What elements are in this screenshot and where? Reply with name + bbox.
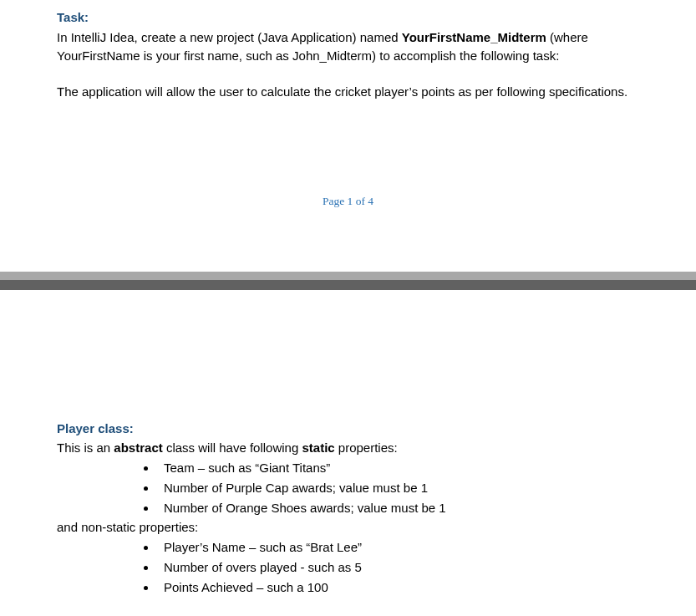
page-break xyxy=(0,225,696,290)
page-gap-top xyxy=(0,225,696,272)
page-gap-shadow-top xyxy=(0,272,696,280)
list-item: Number of overs played - such as 5 xyxy=(157,558,639,577)
task-para-1: In IntelliJ Idea, create a new project (… xyxy=(57,28,639,65)
list-item: Player’s Name – such as “Brat Lee” xyxy=(157,538,639,557)
text-run: In IntelliJ Idea, create a new project (… xyxy=(57,30,402,44)
page-number-footer: Page 1 of 4 xyxy=(57,193,639,210)
project-name-bold: YourFirstName_Midterm xyxy=(402,30,546,44)
nonstatic-intro: and non-static properties: xyxy=(57,518,639,537)
text-run: This is an xyxy=(57,440,114,455)
task-heading: Task: xyxy=(57,8,639,27)
list-item: Team – such as “Giant Titans” xyxy=(157,459,639,477)
static-properties-list: Team – such as “Giant Titans” Number of … xyxy=(57,459,639,517)
task-para-2: The application will allow the user to c… xyxy=(57,83,639,101)
page1-content: Task: In IntelliJ Idea, create a new pro… xyxy=(0,0,696,210)
text-run: properties: xyxy=(335,440,398,455)
nonstatic-properties-list: Player’s Name – such as “Brat Lee” Numbe… xyxy=(57,538,639,596)
list-item: Number of Purple Cap awards; value must … xyxy=(157,479,639,497)
list-item: Number of Orange Shoes awards; value mus… xyxy=(157,499,639,517)
static-bold: static xyxy=(302,440,334,455)
document-page: Task: In IntelliJ Idea, create a new pro… xyxy=(0,0,696,596)
page2-content: Player class: This is an abstract class … xyxy=(0,411,696,597)
list-item: Points Achieved – such a 100 xyxy=(157,578,639,597)
player-class-heading: Player class: xyxy=(57,420,639,438)
abstract-bold: abstract xyxy=(114,440,162,455)
page-gap-shadow-bottom xyxy=(0,280,696,290)
page2-top-margin xyxy=(0,290,696,411)
text-run: class will have following xyxy=(163,440,302,455)
player-class-intro: This is an abstract class will have foll… xyxy=(57,439,639,457)
